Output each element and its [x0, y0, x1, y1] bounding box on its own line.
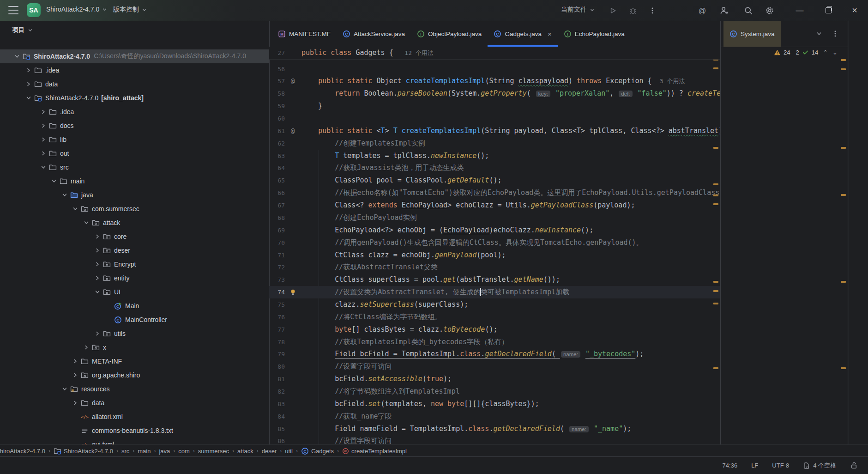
debug-button[interactable] [627, 5, 639, 17]
tree-item-maincontroller[interactable]: CMainController [0, 313, 270, 327]
run-configuration-selector[interactable]: 当前文件 [561, 6, 595, 14]
error-stripe-mark[interactable] [713, 290, 718, 292]
close-button[interactable]: × [844, 0, 865, 21]
tree-item-data[interactable]: data [0, 77, 270, 91]
tree-item-meta-inf[interactable]: META-INF [0, 354, 270, 368]
chevron-right-icon[interactable] [39, 108, 48, 116]
tab-options-kebab-icon[interactable] [831, 30, 839, 38]
chevron-right-icon[interactable] [24, 80, 33, 88]
tree-item-shiroattack2-4.7.0[interactable]: ShiroAttack2-4.7.0[shiro_attack] [0, 91, 270, 105]
editor-left-split[interactable]: MMANIFEST.MFCAttackService.javaIObjectPa… [269, 21, 721, 444]
tree-item-deser[interactable]: deser [0, 243, 270, 257]
code-line-71[interactable]: 71 CtClass clazz = echoObj.genPayload(po… [269, 249, 720, 261]
code-line-61[interactable]: 61@ public static <T> T createTemplatesI… [269, 125, 720, 137]
tree-item-resources[interactable]: resources [0, 382, 270, 396]
tree-item-src[interactable]: src [0, 160, 270, 174]
chevron-down-icon[interactable] [82, 219, 90, 227]
breadcrumb-item-java[interactable]: java [159, 448, 170, 455]
restore-button[interactable] [818, 0, 839, 21]
breadcrumb-item-src[interactable]: src [121, 448, 129, 455]
chevron-down-icon[interactable] [13, 52, 21, 61]
breadcrumb-item-deser[interactable]: deser [262, 448, 277, 455]
code-line-65[interactable]: 65 ClassPool pool = ClassPool.getDefault… [269, 174, 720, 187]
chevron-down-icon[interactable] [39, 163, 48, 171]
tree-item-com.summersec[interactable]: com.summersec [0, 202, 270, 216]
tree-item-entity[interactable]: entity [0, 271, 270, 285]
ai-assistant-button[interactable]: @ [696, 5, 708, 17]
tree-item-main[interactable]: CMain [0, 299, 270, 313]
error-stripe-mark[interactable] [841, 147, 846, 149]
code-line-79[interactable]: 79 Field bcField = TemplatesImpl.class.g… [269, 348, 720, 360]
search-everywhere-button[interactable] [742, 5, 754, 17]
tree-item-encrypt[interactable]: Encrypt [0, 257, 270, 271]
settings-button[interactable] [764, 5, 776, 17]
code-line-81[interactable]: 81 bcField.setAccessible(true); [269, 373, 720, 385]
inspections-widget[interactable]: 24 2 14 ⌃ ⌄ [774, 49, 838, 56]
code-line-56[interactable]: 56 [269, 63, 720, 75]
tree-item-org.apache.shiro[interactable]: org.apache.shiro [0, 368, 270, 382]
chevron-right-icon[interactable] [71, 371, 79, 379]
code-line-74[interactable]: 74 //设置父类为AbstractTranslet, 使生成的类可被Templ… [269, 286, 720, 298]
editor-right-split[interactable]: CSystem.java 24 2 14 ⌃ ⌄ [721, 21, 848, 444]
chevron-down-icon[interactable] [50, 177, 58, 185]
tab-echopayload.java[interactable]: IEchoPayload.java [558, 21, 631, 47]
code-line-69[interactable]: 69 EchoPayload<?> echoObj = (EchoPayload… [269, 224, 720, 237]
file-encoding[interactable]: UTF-8 [772, 462, 789, 469]
error-stripe-mark[interactable] [713, 303, 718, 304]
chevron-right-icon[interactable] [93, 274, 102, 282]
chevron-right-icon[interactable] [24, 66, 33, 74]
chevron-right-icon[interactable] [93, 260, 102, 268]
tree-item-gui.fxml[interactable]: </>gui.fxml [0, 438, 270, 444]
error-stripe-mark[interactable] [841, 59, 846, 61]
error-stripe-mark[interactable] [713, 203, 718, 205]
line-separator[interactable]: LF [751, 462, 758, 469]
caret-position[interactable]: 74:36 [723, 462, 738, 469]
chevron-down-icon[interactable] [93, 288, 102, 296]
minimize-button[interactable]: — [789, 0, 810, 21]
tab-manifest.mf[interactable]: MMANIFEST.MF [272, 21, 337, 47]
indent-setting[interactable]: 4 个空格 [803, 462, 836, 470]
error-stripe-mark[interactable] [841, 367, 846, 369]
code-line-70[interactable]: 70 //调用genPayload()生成包含回显逻辑的CtClass。具体实现… [269, 237, 720, 249]
tree-item-docs[interactable]: docs [0, 119, 270, 133]
code-line-73[interactable]: 73 CtClass superClass = pool.get(abstTra… [269, 273, 720, 286]
error-stripe-mark[interactable] [713, 67, 718, 69]
tree-item-ui[interactable]: UI [0, 285, 270, 299]
code-line-72[interactable]: 72 //获取AbstractTranslet父类 [269, 261, 720, 273]
main-menu-icon[interactable] [8, 6, 18, 14]
chevron-right-icon[interactable] [71, 357, 79, 365]
code-line-59[interactable]: 59 } [269, 100, 720, 112]
prev-problem-icon[interactable]: ⌃ [823, 49, 828, 56]
code-line-67[interactable]: 67 Class<? extends EchoPayload> echoClaz… [269, 199, 720, 212]
chevron-right-icon[interactable] [82, 343, 90, 352]
readonly-toggle[interactable] [850, 462, 858, 469]
code-line-66[interactable]: 66 //根据echo名称(如"TomcatEcho")获取对应的EchoPay… [269, 187, 720, 199]
chevron-right-icon[interactable] [93, 246, 102, 255]
code-line-78[interactable]: 78 //获取TemplatesImpl类的_bytecodes字段（私有） [269, 336, 720, 348]
tree-item-.idea[interactable]: .idea [0, 105, 270, 119]
breadcrumb-item-attack[interactable]: attack [237, 448, 253, 455]
vcs-widget[interactable]: 版本控制 [113, 6, 147, 14]
code-with-me-button[interactable] [718, 5, 730, 17]
code-line-82[interactable]: 82 //将字节码数组注入到TemplatesImpl [269, 385, 720, 398]
tree-item-commons-beanutils-1.8.3.txt[interactable]: commons-beanutils-1.8.3.txt [0, 424, 270, 438]
code-line-76[interactable]: 76 //将CtClass编译为字节码数组。 [269, 311, 720, 323]
tree-item-shiroattack2-4.7.0[interactable]: ShiroAttack2-4.7.0C:\Users\奇怪的yasuo\Down… [0, 49, 270, 63]
tab-list-chevron-icon[interactable] [815, 30, 823, 37]
code-line-85[interactable]: 85 Field nameField = TemplatesImpl.class… [269, 423, 720, 435]
close-tab-icon[interactable]: × [548, 30, 552, 37]
sticky-header-line[interactable]: 27public class Gadgets { 12 个用法 [269, 47, 720, 60]
chevron-down-icon[interactable] [60, 191, 69, 199]
code-line-57[interactable]: 57@ public static Object createTemplates… [269, 75, 720, 87]
chevron-right-icon[interactable] [39, 135, 48, 144]
code-line-64[interactable]: 64 //获取Javassist类池，用于动态生成类 [269, 162, 720, 174]
error-stripe-mark[interactable] [713, 147, 718, 149]
tab-attackservice.java[interactable]: CAttackService.java [337, 21, 411, 47]
error-stripe-mark[interactable] [841, 194, 846, 196]
annotation-icon[interactable]: @ [289, 75, 297, 87]
chevron-down-icon[interactable] [71, 205, 79, 213]
chevron-right-icon[interactable] [71, 399, 79, 407]
error-stripe-mark[interactable] [713, 183, 718, 185]
more-actions-button[interactable] [646, 5, 658, 17]
chevron-right-icon[interactable] [39, 122, 48, 130]
